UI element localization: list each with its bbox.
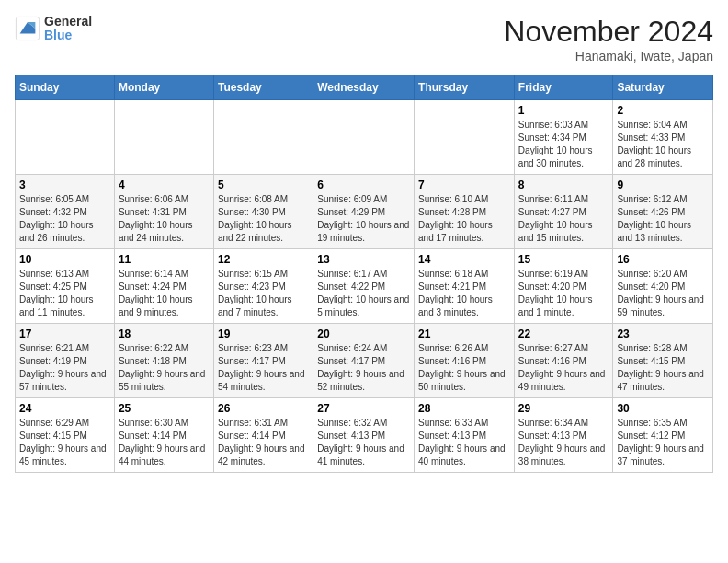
day-info: Sunrise: 6:29 AMSunset: 4:15 PMDaylight:… <box>19 417 110 468</box>
day-info: Sunrise: 6:22 AMSunset: 4:18 PMDaylight:… <box>119 342 210 394</box>
day-number: 29 <box>518 402 609 415</box>
day-number: 18 <box>119 327 210 340</box>
logo-icon <box>15 16 40 41</box>
day-number: 24 <box>19 402 110 415</box>
day-number: 13 <box>317 253 410 266</box>
title-block: November 2024 Hanamaki, Iwate, Japan <box>504 15 713 63</box>
day-info: Sunrise: 6:14 AMSunset: 4:24 PMDaylight:… <box>119 268 210 319</box>
weekday-header-tuesday: Tuesday <box>213 75 313 100</box>
day-number: 22 <box>518 327 609 340</box>
day-number: 30 <box>617 402 709 415</box>
page-subtitle: Hanamaki, Iwate, Japan <box>504 49 713 63</box>
day-number: 21 <box>418 327 510 340</box>
calendar-cell: 19 Sunrise: 6:23 AMSunset: 4:17 PMDaylig… <box>213 324 313 398</box>
logo-text: General Blue <box>44 15 92 43</box>
day-number: 2 <box>617 104 709 117</box>
day-info: Sunrise: 6:13 AMSunset: 4:25 PMDaylight:… <box>19 268 110 319</box>
day-info: Sunrise: 6:32 AMSunset: 4:13 PMDaylight:… <box>317 417 410 468</box>
weekday-header-monday: Monday <box>114 75 213 100</box>
day-info: Sunrise: 6:18 AMSunset: 4:21 PMDaylight:… <box>418 268 510 319</box>
calendar-cell: 17 Sunrise: 6:21 AMSunset: 4:19 PMDaylig… <box>16 324 115 398</box>
calendar-week-5: 24 Sunrise: 6:29 AMSunset: 4:15 PMDaylig… <box>16 398 713 473</box>
day-number: 17 <box>19 327 110 340</box>
calendar-cell <box>313 100 415 175</box>
day-number: 12 <box>218 253 309 266</box>
day-info: Sunrise: 6:12 AMSunset: 4:26 PMDaylight:… <box>617 193 709 245</box>
calendar-week-3: 10 Sunrise: 6:13 AMSunset: 4:25 PMDaylig… <box>16 249 713 324</box>
calendar-cell: 13 Sunrise: 6:17 AMSunset: 4:22 PMDaylig… <box>313 249 415 324</box>
calendar-cell: 6 Sunrise: 6:09 AMSunset: 4:29 PMDayligh… <box>313 175 415 249</box>
calendar-cell <box>114 100 213 175</box>
day-info: Sunrise: 6:15 AMSunset: 4:23 PMDaylight:… <box>218 268 309 319</box>
calendar-table: SundayMondayTuesdayWednesdayThursdayFrid… <box>15 75 713 473</box>
logo-line1: General <box>44 15 92 29</box>
calendar-cell: 12 Sunrise: 6:15 AMSunset: 4:23 PMDaylig… <box>213 249 313 324</box>
calendar-cell: 9 Sunrise: 6:12 AMSunset: 4:26 PMDayligh… <box>613 175 713 249</box>
calendar-cell: 27 Sunrise: 6:32 AMSunset: 4:13 PMDaylig… <box>313 398 415 473</box>
calendar-cell: 30 Sunrise: 6:35 AMSunset: 4:12 PMDaylig… <box>613 398 713 473</box>
calendar-cell: 10 Sunrise: 6:13 AMSunset: 4:25 PMDaylig… <box>16 249 115 324</box>
calendar-cell: 25 Sunrise: 6:30 AMSunset: 4:14 PMDaylig… <box>114 398 213 473</box>
calendar-cell: 22 Sunrise: 6:27 AMSunset: 4:16 PMDaylig… <box>514 324 613 398</box>
calendar-cell: 20 Sunrise: 6:24 AMSunset: 4:17 PMDaylig… <box>313 324 415 398</box>
page-header: General Blue November 2024 Hanamaki, Iwa… <box>15 15 713 63</box>
day-number: 4 <box>119 178 210 191</box>
day-info: Sunrise: 6:31 AMSunset: 4:14 PMDaylight:… <box>218 417 309 468</box>
day-number: 8 <box>518 178 609 191</box>
calendar-cell: 7 Sunrise: 6:10 AMSunset: 4:28 PMDayligh… <box>415 175 515 249</box>
calendar-week-1: 1 Sunrise: 6:03 AMSunset: 4:34 PMDayligh… <box>16 100 713 175</box>
weekday-header-saturday: Saturday <box>613 75 713 100</box>
day-number: 3 <box>19 178 110 191</box>
weekday-header-row: SundayMondayTuesdayWednesdayThursdayFrid… <box>16 75 713 100</box>
day-number: 11 <box>119 253 210 266</box>
day-info: Sunrise: 6:10 AMSunset: 4:28 PMDaylight:… <box>418 193 510 245</box>
day-number: 7 <box>418 178 510 191</box>
calendar-week-4: 17 Sunrise: 6:21 AMSunset: 4:19 PMDaylig… <box>16 324 713 398</box>
calendar-cell: 8 Sunrise: 6:11 AMSunset: 4:27 PMDayligh… <box>514 175 613 249</box>
day-info: Sunrise: 6:28 AMSunset: 4:15 PMDaylight:… <box>617 342 709 394</box>
logo-line2: Blue <box>44 29 92 42</box>
calendar-cell: 29 Sunrise: 6:34 AMSunset: 4:13 PMDaylig… <box>514 398 613 473</box>
calendar-week-2: 3 Sunrise: 6:05 AMSunset: 4:32 PMDayligh… <box>16 175 713 249</box>
calendar-cell: 14 Sunrise: 6:18 AMSunset: 4:21 PMDaylig… <box>415 249 515 324</box>
day-number: 23 <box>617 327 709 340</box>
day-info: Sunrise: 6:05 AMSunset: 4:32 PMDaylight:… <box>19 193 110 245</box>
calendar-cell: 15 Sunrise: 6:19 AMSunset: 4:20 PMDaylig… <box>514 249 613 324</box>
day-info: Sunrise: 6:21 AMSunset: 4:19 PMDaylight:… <box>19 342 110 394</box>
day-info: Sunrise: 6:11 AMSunset: 4:27 PMDaylight:… <box>518 193 609 245</box>
day-number: 6 <box>317 178 410 191</box>
day-info: Sunrise: 6:23 AMSunset: 4:17 PMDaylight:… <box>218 342 309 394</box>
day-number: 28 <box>418 402 510 415</box>
calendar-cell <box>415 100 515 175</box>
logo: General Blue <box>15 15 92 43</box>
day-number: 16 <box>617 253 709 266</box>
day-info: Sunrise: 6:06 AMSunset: 4:31 PMDaylight:… <box>119 193 210 245</box>
calendar-cell: 16 Sunrise: 6:20 AMSunset: 4:20 PMDaylig… <box>613 249 713 324</box>
page-title: November 2024 <box>504 15 713 49</box>
day-info: Sunrise: 6:34 AMSunset: 4:13 PMDaylight:… <box>518 417 609 468</box>
calendar-cell: 3 Sunrise: 6:05 AMSunset: 4:32 PMDayligh… <box>16 175 115 249</box>
day-number: 27 <box>317 402 410 415</box>
day-number: 5 <box>218 178 309 191</box>
day-info: Sunrise: 6:26 AMSunset: 4:16 PMDaylight:… <box>418 342 510 394</box>
weekday-header-friday: Friday <box>514 75 613 100</box>
calendar-cell: 21 Sunrise: 6:26 AMSunset: 4:16 PMDaylig… <box>415 324 515 398</box>
day-number: 15 <box>518 253 609 266</box>
weekday-header-sunday: Sunday <box>16 75 115 100</box>
day-info: Sunrise: 6:04 AMSunset: 4:33 PMDaylight:… <box>617 119 709 170</box>
calendar-cell: 11 Sunrise: 6:14 AMSunset: 4:24 PMDaylig… <box>114 249 213 324</box>
calendar-cell: 28 Sunrise: 6:33 AMSunset: 4:13 PMDaylig… <box>415 398 515 473</box>
day-info: Sunrise: 6:03 AMSunset: 4:34 PMDaylight:… <box>518 119 609 170</box>
day-info: Sunrise: 6:17 AMSunset: 4:22 PMDaylight:… <box>317 268 410 319</box>
calendar-cell: 23 Sunrise: 6:28 AMSunset: 4:15 PMDaylig… <box>613 324 713 398</box>
day-number: 26 <box>218 402 309 415</box>
day-info: Sunrise: 6:33 AMSunset: 4:13 PMDaylight:… <box>418 417 510 468</box>
calendar-cell: 2 Sunrise: 6:04 AMSunset: 4:33 PMDayligh… <box>613 100 713 175</box>
calendar-cell: 18 Sunrise: 6:22 AMSunset: 4:18 PMDaylig… <box>114 324 213 398</box>
day-info: Sunrise: 6:20 AMSunset: 4:20 PMDaylight:… <box>617 268 709 319</box>
day-info: Sunrise: 6:24 AMSunset: 4:17 PMDaylight:… <box>317 342 410 394</box>
calendar-cell: 4 Sunrise: 6:06 AMSunset: 4:31 PMDayligh… <box>114 175 213 249</box>
weekday-header-wednesday: Wednesday <box>313 75 415 100</box>
day-info: Sunrise: 6:35 AMSunset: 4:12 PMDaylight:… <box>617 417 709 468</box>
day-number: 9 <box>617 178 709 191</box>
